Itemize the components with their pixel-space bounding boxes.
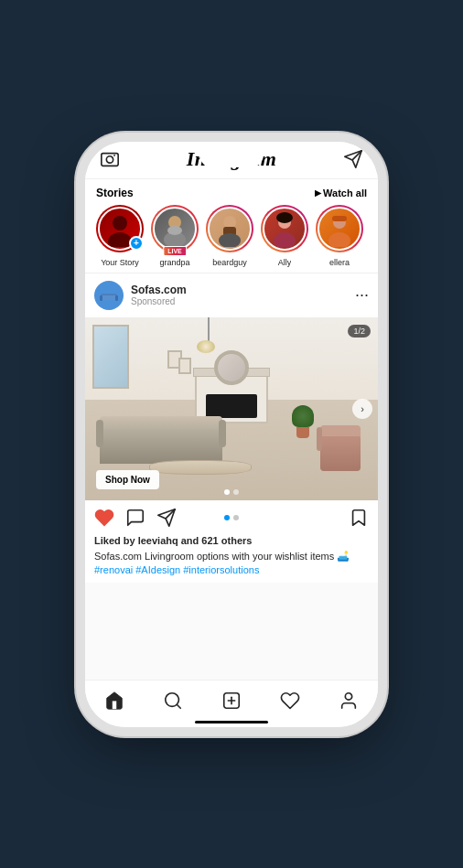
story-ring-ellera: [316, 205, 363, 252]
svg-point-10: [223, 216, 236, 229]
post-actions-left: [94, 508, 177, 528]
wall-mirror: [214, 350, 249, 385]
scroll-content[interactable]: Instagram Stories ▶ Watch all: [85, 142, 378, 680]
post-likes: Liked by leeviahq and 621 others: [85, 535, 378, 548]
post-avatar: [94, 281, 124, 310]
svg-point-2: [113, 154, 115, 155]
svg-rect-21: [100, 295, 102, 301]
story-item-ellera[interactable]: ellera: [312, 205, 367, 267]
play-icon: ▶: [315, 188, 321, 198]
svg-rect-20: [102, 295, 116, 300]
stories-label: Stories: [96, 187, 134, 199]
nav-home[interactable]: [102, 688, 127, 713]
story-name-ally: Ally: [278, 258, 292, 267]
camera-button[interactable]: [98, 147, 122, 171]
story-ring-ally: [261, 205, 308, 252]
post-hashtags[interactable]: #renovai #AIdesign #interiorsolutions: [94, 564, 259, 575]
arm-chair: [320, 434, 361, 471]
art-frame-2: [178, 358, 191, 374]
svg-point-12: [219, 233, 241, 247]
svg-point-9: [167, 226, 182, 235]
story-avatar-wrap-beardguy: [206, 205, 253, 252]
svg-point-5: [113, 216, 127, 230]
svg-line-26: [177, 704, 180, 708]
comment-button[interactable]: [125, 508, 145, 528]
post-user-info: Sofas.com Sponsored: [131, 284, 355, 306]
carousel-dots: [224, 515, 239, 520]
story-item-your-story[interactable]: + Your Story: [92, 205, 147, 267]
image-badge: 1/2: [348, 325, 371, 338]
svg-point-14: [274, 232, 296, 247]
story-avatar-wrap-your-story: +: [96, 205, 144, 252]
bookmark-button[interactable]: [349, 508, 369, 528]
plant: [292, 405, 314, 438]
post-card: Sofas.com Sponsored ···: [85, 273, 378, 584]
slide-dots: [224, 489, 239, 495]
post-header: Sofas.com Sponsored ···: [85, 273, 378, 317]
post-username: Sofas.com: [131, 284, 355, 296]
nav-add[interactable]: [219, 688, 244, 713]
story-avatar-wrap-grandpa: LIVE: [151, 205, 199, 252]
story-avatar-ellera: [318, 207, 361, 251]
story-item-beardguy[interactable]: beardguy: [202, 205, 257, 267]
nav-profile[interactable]: [336, 688, 361, 713]
phone-frame: 9:41 Instagram: [85, 142, 378, 727]
bottom-nav: [85, 680, 378, 727]
svg-rect-0: [102, 153, 118, 166]
post-caption: Sofas.com Livingroom options with your w…: [85, 548, 378, 584]
post-actions-row: [85, 500, 378, 535]
next-image-button[interactable]: ›: [352, 399, 372, 419]
post-caption-text: Sofas.com Livingroom options with your w…: [94, 551, 350, 562]
shop-now-button[interactable]: Shop Now: [96, 470, 159, 489]
carousel-dot-1: [224, 515, 230, 520]
notch: [199, 151, 264, 167]
stories-list: + Your Story: [85, 205, 378, 267]
svg-rect-18: [332, 216, 347, 221]
story-ring-beardguy: [206, 205, 253, 252]
nav-activity[interactable]: [277, 688, 303, 713]
story-item-grandpa[interactable]: LIVE grandpa: [147, 205, 202, 267]
story-name-your-story: Your Story: [101, 258, 139, 267]
svg-point-30: [345, 693, 351, 700]
story-name-grandpa: grandpa: [159, 258, 189, 267]
stories-section: Stories ▶ Watch all: [85, 179, 378, 273]
svg-rect-22: [115, 295, 118, 301]
svg-point-17: [328, 232, 350, 247]
like-button[interactable]: [94, 508, 114, 528]
post-sponsored: Sponsored: [131, 296, 355, 306]
home-indicator: [195, 721, 268, 723]
nav-search[interactable]: [160, 688, 186, 713]
live-badge-grandpa: LIVE: [163, 246, 187, 256]
room-window: [92, 325, 129, 389]
carousel-dot-2: [233, 515, 239, 520]
stories-header: Stories ▶ Watch all: [85, 187, 378, 205]
add-story-badge[interactable]: +: [129, 236, 144, 251]
story-avatar-grandpa: [153, 207, 197, 251]
pendant-cord: [208, 317, 210, 343]
sofa: [100, 427, 222, 464]
slide-dot-2: [233, 489, 239, 495]
post-image[interactable]: 1/2 Shop Now ›: [85, 317, 378, 500]
story-name-ellera: ellera: [329, 258, 350, 267]
story-avatar-wrap-ally: [261, 205, 308, 252]
slide-dot-1: [224, 489, 230, 495]
story-avatar-wrap-ellera: [316, 205, 363, 252]
share-button[interactable]: [156, 508, 177, 528]
phone-screen: 9:41 Instagram: [85, 142, 378, 727]
fireplace-inner: [206, 394, 257, 418]
post-more-button[interactable]: ···: [355, 285, 369, 305]
svg-point-1: [106, 155, 113, 162]
send-button[interactable]: [341, 147, 365, 171]
story-item-ally[interactable]: Ally: [257, 205, 312, 267]
svg-point-15: [276, 212, 293, 223]
pendant-lamp: [197, 340, 215, 353]
story-name-beardguy: beardguy: [212, 258, 247, 267]
story-avatar-beardguy: [208, 207, 252, 251]
story-avatar-ally: [263, 207, 307, 251]
coffee-table: [149, 460, 252, 475]
watch-all-button[interactable]: ▶ Watch all: [315, 188, 367, 198]
